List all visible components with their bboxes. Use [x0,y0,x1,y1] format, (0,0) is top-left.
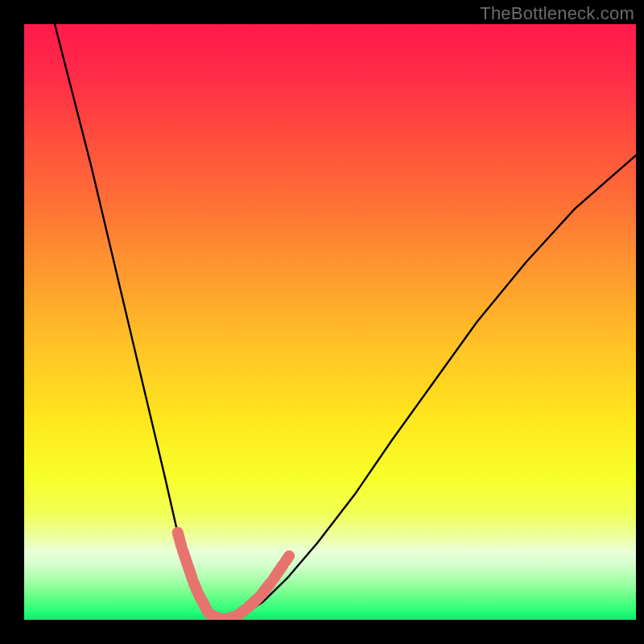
highlight-segment [285,556,289,562]
bottleneck-curve [55,24,636,620]
curve-layer [24,24,636,620]
highlight-markers [178,532,290,619]
highlight-segment [178,532,182,546]
highlight-segment [262,583,270,595]
watermark-text: TheBottleneck.com [480,3,634,24]
highlight-segment [199,595,208,612]
highlight-segment [273,565,283,580]
plot-area [24,24,636,620]
highlight-segment [249,597,258,606]
highlight-segment [183,551,192,580]
